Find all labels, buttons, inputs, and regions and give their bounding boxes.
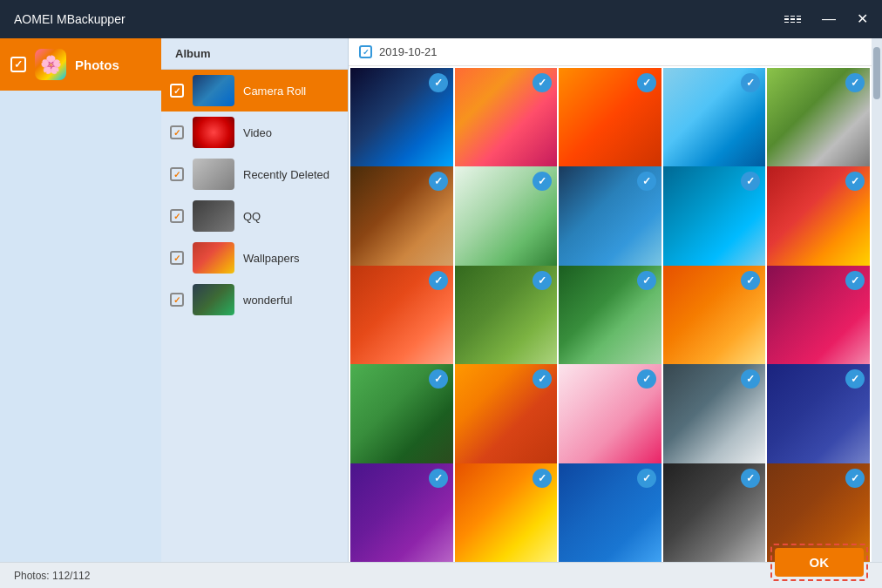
photo-cell-13[interactable]: ✓ [559,266,662,368]
photo-cell-4[interactable]: ✓ [663,68,766,171]
album-thumb-wonderful [193,284,234,315]
album-item-wonderful[interactable]: wonderful [161,279,348,321]
photo-check-1: ✓ [429,73,448,92]
close-button[interactable]: ✕ [857,12,868,26]
photo-bg-7: ✓ [455,166,558,269]
photo-cell-12[interactable]: ✓ [455,266,558,368]
album-item-recently-deleted[interactable]: Recently Deleted [161,153,348,195]
album-checkbox-recently-deleted[interactable] [170,167,184,181]
album-list: Camera Roll Video Recently Deleted [161,70,348,562]
photo-bg-9: ✓ [663,166,766,269]
photo-cell-3[interactable]: ✓ [559,68,662,171]
right-scrollbar[interactable] [872,38,882,562]
album-header: Album [161,38,348,70]
photo-check-10: ✓ [845,172,865,191]
photo-cell-1[interactable]: ✓ [350,68,453,171]
photo-grid: ✓ ✓ ✓ ✓ ✓ ✓ ✓ ✓ ✓ ✓ ✓ ✓ ✓ ✓ ✓ ✓ ✓ ✓ ✓ ✓ [349,66,872,562]
album-name-camera-roll: Camera Roll [243,84,306,98]
photo-bg-18: ✓ [559,364,662,467]
app-title: AOMEI MBackupper [14,12,784,26]
photo-bg-23: ✓ [559,463,662,562]
photo-cell-8[interactable]: ✓ [559,166,662,269]
photo-bg-19: ✓ [663,364,766,467]
minimize-button[interactable]: — [822,12,836,26]
album-checkbox-qq[interactable] [170,209,184,223]
photo-bg-6: ✓ [350,166,453,269]
titlebar-controls: — ✕ [784,12,868,26]
album-name-wonderful: wonderful [243,294,292,307]
photo-bg-10: ✓ [767,166,870,269]
photo-cell-6[interactable]: ✓ [350,166,453,269]
album-checkbox-wallpapers[interactable] [170,251,184,265]
photo-bg-8: ✓ [559,166,662,269]
photo-cell-21[interactable]: ✓ [350,463,453,562]
photos-label: Photos [75,57,119,72]
album-name-wallpapers: Wallpapers [243,252,300,265]
album-item-camera-roll[interactable]: Camera Roll [161,70,348,112]
photo-cell-19[interactable]: ✓ [663,364,766,467]
photo-cell-16[interactable]: ✓ [350,364,453,467]
album-name-video: Video [243,126,272,139]
grid-icon [784,16,801,24]
photo-check-9: ✓ [741,172,760,191]
photo-date-label: 2019-10-21 [379,45,438,58]
photo-cell-23[interactable]: ✓ [559,463,662,562]
sidebar-left: 🌸 Photos [0,38,161,562]
photo-cell-20[interactable]: ✓ [767,364,870,467]
photo-cell-11[interactable]: ✓ [350,266,453,368]
photo-bg-24: ✓ [663,463,766,562]
photo-check-8: ✓ [637,172,656,191]
album-checkbox-wonderful[interactable] [170,293,184,307]
album-item-qq[interactable]: QQ [161,195,348,237]
scrollbar-thumb[interactable] [873,47,880,99]
photo-cell-15[interactable]: ✓ [767,266,870,368]
photo-check-19: ✓ [741,369,760,389]
photo-bg-17: ✓ [455,364,558,467]
photo-date-header: 2019-10-21 [349,38,872,66]
photo-cell-10[interactable]: ✓ [767,166,870,269]
photos-checkbox[interactable] [10,57,26,72]
album-thumb-qq [193,200,234,232]
album-checkbox-video[interactable] [170,125,184,139]
photo-cell-9[interactable]: ✓ [663,166,766,269]
album-name-qq: QQ [243,210,261,223]
album-panel: Album Camera Roll Video [161,38,349,562]
photos-section[interactable]: 🌸 Photos [0,38,161,91]
photo-check-5: ✓ [845,73,865,92]
album-item-wallpapers[interactable]: Wallpapers [161,237,348,279]
photo-check-6: ✓ [429,172,448,191]
statusbar: Photos: 112/112 OK [0,562,882,588]
photo-check-16: ✓ [429,369,448,389]
ok-button[interactable]: OK [775,548,865,577]
photo-panel: 2019-10-21 ✓ ✓ ✓ ✓ ✓ ✓ ✓ ✓ ✓ ✓ ✓ ✓ ✓ ✓ ✓… [349,38,872,562]
photo-bg-15: ✓ [767,266,870,368]
status-text: Photos: 112/112 [14,570,90,582]
photo-cell-5[interactable]: ✓ [767,68,870,171]
photo-check-11: ✓ [429,271,448,290]
photo-cell-24[interactable]: ✓ [663,463,766,562]
photo-check-15: ✓ [845,271,865,290]
photo-bg-4: ✓ [663,68,766,171]
photo-cell-18[interactable]: ✓ [559,364,662,467]
photo-bg-21: ✓ [350,463,453,562]
sidebar-spacer [0,91,161,562]
album-checkbox-camera-roll[interactable] [170,84,184,98]
photo-cell-7[interactable]: ✓ [455,166,558,269]
album-item-video[interactable]: Video [161,112,348,153]
photo-cell-22[interactable]: ✓ [455,463,558,562]
menu-button[interactable] [784,16,801,24]
photo-bg-5: ✓ [767,68,870,171]
album-thumb-video [193,117,234,148]
album-name-recently-deleted: Recently Deleted [243,168,329,181]
photo-bg-20: ✓ [767,364,870,467]
date-checkbox[interactable] [359,45,372,58]
photo-bg-3: ✓ [559,68,662,171]
photo-cell-14[interactable]: ✓ [663,266,766,368]
photo-bg-1: ✓ [350,68,453,171]
photo-check-21: ✓ [429,469,448,488]
photo-cell-2[interactable]: ✓ [455,68,558,171]
photo-check-14: ✓ [741,271,760,290]
photo-bg-14: ✓ [663,266,766,368]
photo-cell-17[interactable]: ✓ [455,364,558,467]
photo-check-2: ✓ [533,73,552,92]
